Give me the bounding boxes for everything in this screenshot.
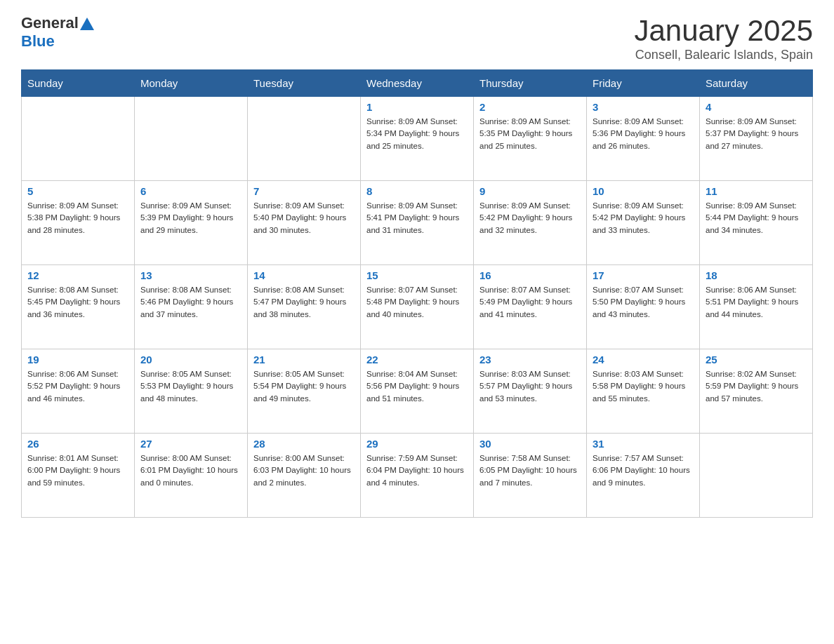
day-number: 10 [593,185,694,197]
day-number: 17 [593,269,694,281]
day-number: 20 [140,354,241,365]
day-info: Sunrise: 8:09 AM Sunset: 5:41 PM Dayligh… [366,200,468,236]
day-number: 30 [479,438,581,450]
calendar-cell-w3-d4: 15Sunrise: 8:07 AM Sunset: 5:48 PM Dayli… [361,265,474,349]
day-number: 29 [366,438,468,450]
day-info: Sunrise: 8:08 AM Sunset: 5:47 PM Dayligh… [253,284,355,321]
day-info: Sunrise: 8:07 AM Sunset: 5:48 PM Dayligh… [366,284,468,321]
day-number: 21 [253,354,355,365]
day-info: Sunrise: 7:58 AM Sunset: 6:05 PM Dayligh… [479,452,581,489]
day-number: 11 [706,185,807,197]
calendar-cell-w2-d2: 6Sunrise: 8:09 AM Sunset: 5:39 PM Daylig… [135,181,248,265]
title-section: January 2025 Consell, Balearic Islands, … [634,14,813,62]
day-info: Sunrise: 8:09 AM Sunset: 5:39 PM Dayligh… [140,200,241,236]
calendar-cell-w4-d4: 22Sunrise: 8:04 AM Sunset: 5:56 PM Dayli… [361,349,474,434]
calendar-cell-w5-d7 [700,434,813,518]
col-saturday: Saturday [700,70,813,97]
calendar-cell-w2-d5: 9Sunrise: 8:09 AM Sunset: 5:42 PM Daylig… [474,181,587,265]
day-number: 5 [27,185,128,197]
day-number: 4 [706,101,807,113]
logo-triangle-icon [80,18,94,30]
calendar-cell-w2-d6: 10Sunrise: 8:09 AM Sunset: 5:42 PM Dayli… [587,181,700,265]
calendar-week-4: 19Sunrise: 8:06 AM Sunset: 5:52 PM Dayli… [22,349,813,434]
day-info: Sunrise: 8:00 AM Sunset: 6:01 PM Dayligh… [140,452,241,489]
day-info: Sunrise: 8:02 AM Sunset: 5:59 PM Dayligh… [706,368,807,405]
day-info: Sunrise: 8:06 AM Sunset: 5:52 PM Dayligh… [27,368,128,405]
calendar-week-1: 1Sunrise: 8:09 AM Sunset: 5:34 PM Daylig… [22,97,813,181]
calendar-cell-w1-d1 [22,97,135,181]
calendar-cell-w1-d5: 2Sunrise: 8:09 AM Sunset: 5:35 PM Daylig… [474,97,587,181]
col-wednesday: Wednesday [361,70,474,97]
day-info: Sunrise: 8:03 AM Sunset: 5:58 PM Dayligh… [593,368,694,405]
calendar-cell-w4-d1: 19Sunrise: 8:06 AM Sunset: 5:52 PM Dayli… [22,349,135,434]
calendar-cell-w3-d3: 14Sunrise: 8:08 AM Sunset: 5:47 PM Dayli… [248,265,361,349]
day-info: Sunrise: 8:09 AM Sunset: 5:42 PM Dayligh… [593,200,694,236]
day-number: 3 [593,101,694,113]
calendar-cell-w4-d7: 25Sunrise: 8:02 AM Sunset: 5:59 PM Dayli… [700,349,813,434]
day-number: 31 [593,438,694,450]
calendar-cell-w5-d1: 26Sunrise: 8:01 AM Sunset: 6:00 PM Dayli… [22,434,135,518]
col-monday: Monday [135,70,248,97]
day-info: Sunrise: 7:57 AM Sunset: 6:06 PM Dayligh… [593,452,694,489]
day-number: 6 [140,185,241,197]
day-info: Sunrise: 8:06 AM Sunset: 5:51 PM Dayligh… [706,284,807,321]
day-info: Sunrise: 8:09 AM Sunset: 5:44 PM Dayligh… [706,200,807,236]
calendar-cell-w5-d4: 29Sunrise: 7:59 AM Sunset: 6:04 PM Dayli… [361,434,474,518]
calendar-cell-w3-d7: 18Sunrise: 8:06 AM Sunset: 5:51 PM Dayli… [700,265,813,349]
day-number: 18 [706,269,807,281]
calendar-cell-w4-d5: 23Sunrise: 8:03 AM Sunset: 5:57 PM Dayli… [474,349,587,434]
calendar-cell-w1-d3 [248,97,361,181]
day-info: Sunrise: 8:09 AM Sunset: 5:35 PM Dayligh… [479,116,581,152]
calendar-week-5: 26Sunrise: 8:01 AM Sunset: 6:00 PM Dayli… [22,434,813,518]
col-tuesday: Tuesday [248,70,361,97]
day-number: 16 [479,269,581,281]
calendar-cell-w2-d7: 11Sunrise: 8:09 AM Sunset: 5:44 PM Dayli… [700,181,813,265]
day-number: 23 [479,354,581,365]
day-number: 25 [706,354,807,365]
day-info: Sunrise: 7:59 AM Sunset: 6:04 PM Dayligh… [366,452,468,489]
day-info: Sunrise: 8:05 AM Sunset: 5:54 PM Dayligh… [253,368,355,405]
day-number: 12 [27,269,128,281]
calendar-cell-w2-d1: 5Sunrise: 8:09 AM Sunset: 5:38 PM Daylig… [22,181,135,265]
page-title: January 2025 [634,14,813,48]
day-number: 14 [253,269,355,281]
day-number: 26 [27,438,128,450]
calendar-cell-w5-d6: 31Sunrise: 7:57 AM Sunset: 6:06 PM Dayli… [587,434,700,518]
day-info: Sunrise: 8:00 AM Sunset: 6:03 PM Dayligh… [253,452,355,489]
calendar-cell-w5-d2: 27Sunrise: 8:00 AM Sunset: 6:01 PM Dayli… [135,434,248,518]
day-info: Sunrise: 8:01 AM Sunset: 6:00 PM Dayligh… [27,452,128,489]
logo-blue-text: Blue [21,32,55,51]
day-number: 24 [593,354,694,365]
calendar-week-3: 12Sunrise: 8:08 AM Sunset: 5:45 PM Dayli… [22,265,813,349]
calendar-cell-w3-d6: 17Sunrise: 8:07 AM Sunset: 5:50 PM Dayli… [587,265,700,349]
col-sunday: Sunday [22,70,135,97]
calendar-cell-w5-d5: 30Sunrise: 7:58 AM Sunset: 6:05 PM Dayli… [474,434,587,518]
calendar-cell-w1-d4: 1Sunrise: 8:09 AM Sunset: 5:34 PM Daylig… [361,97,474,181]
day-number: 2 [479,101,581,113]
calendar-cell-w3-d1: 12Sunrise: 8:08 AM Sunset: 5:45 PM Dayli… [22,265,135,349]
day-info: Sunrise: 8:07 AM Sunset: 5:50 PM Dayligh… [593,284,694,321]
day-number: 27 [140,438,241,450]
calendar-cell-w1-d6: 3Sunrise: 8:09 AM Sunset: 5:36 PM Daylig… [587,97,700,181]
logo: General Blue [21,14,94,51]
day-number: 8 [366,185,468,197]
calendar-week-2: 5Sunrise: 8:09 AM Sunset: 5:38 PM Daylig… [22,181,813,265]
day-info: Sunrise: 8:09 AM Sunset: 5:40 PM Dayligh… [253,200,355,236]
day-number: 28 [253,438,355,450]
logo-general-text: General [21,14,79,32]
day-info: Sunrise: 8:03 AM Sunset: 5:57 PM Dayligh… [479,368,581,405]
calendar-cell-w2-d4: 8Sunrise: 8:09 AM Sunset: 5:41 PM Daylig… [361,181,474,265]
day-info: Sunrise: 8:09 AM Sunset: 5:37 PM Dayligh… [706,116,807,152]
calendar-table: Sunday Monday Tuesday Wednesday Thursday… [21,69,813,518]
calendar-cell-w4-d3: 21Sunrise: 8:05 AM Sunset: 5:54 PM Dayli… [248,349,361,434]
day-info: Sunrise: 8:09 AM Sunset: 5:34 PM Dayligh… [366,116,468,152]
calendar-cell-w5-d3: 28Sunrise: 8:00 AM Sunset: 6:03 PM Dayli… [248,434,361,518]
day-info: Sunrise: 8:09 AM Sunset: 5:38 PM Dayligh… [27,200,128,236]
calendar-cell-w3-d5: 16Sunrise: 8:07 AM Sunset: 5:49 PM Dayli… [474,265,587,349]
day-number: 15 [366,269,468,281]
day-number: 22 [366,354,468,365]
day-info: Sunrise: 8:09 AM Sunset: 5:36 PM Dayligh… [593,116,694,152]
calendar-header-row: Sunday Monday Tuesday Wednesday Thursday… [22,70,813,97]
day-info: Sunrise: 8:08 AM Sunset: 5:46 PM Dayligh… [140,284,241,321]
day-info: Sunrise: 8:08 AM Sunset: 5:45 PM Dayligh… [27,284,128,321]
